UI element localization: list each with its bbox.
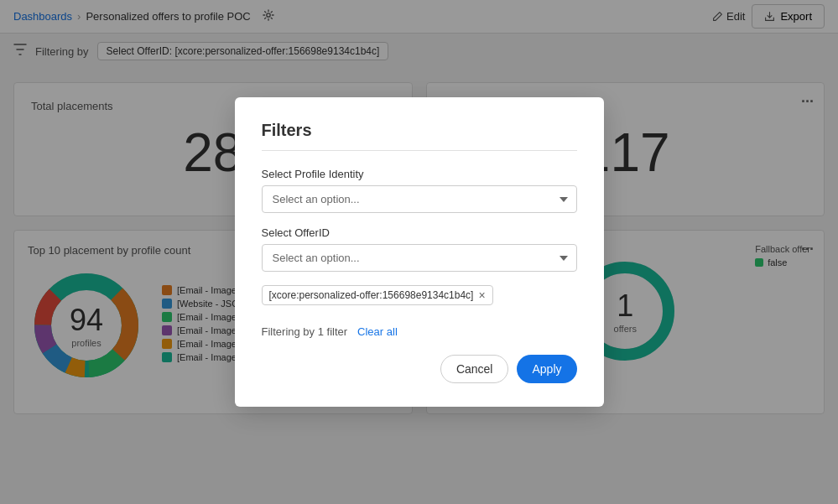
- tag-close-icon[interactable]: ×: [478, 289, 485, 301]
- tag-text: [xcore:personalized-offer:156698e9134c1b…: [269, 289, 474, 301]
- clear-all-link[interactable]: Clear all: [357, 325, 398, 338]
- profile-identity-select-wrapper: Select an option...: [262, 185, 577, 213]
- offer-id-select-wrapper: Select an option...: [262, 244, 577, 272]
- modal-title: Filters: [262, 121, 577, 140]
- profile-identity-select[interactable]: Select an option...: [262, 185, 577, 213]
- modal-actions: Cancel Apply: [262, 355, 577, 383]
- offer-id-select[interactable]: Select an option...: [262, 244, 577, 272]
- modal-overlay[interactable]: Filters Select Profile Identity Select a…: [0, 0, 838, 428]
- filtering-text: Filtering by 1 filter: [262, 325, 348, 338]
- tag-container: [xcore:personalized-offer:156698e9134c1b…: [262, 285, 577, 305]
- cancel-button[interactable]: Cancel: [440, 355, 509, 383]
- applied-tag: [xcore:personalized-offer:156698e9134c1b…: [262, 285, 493, 305]
- modal-divider: [262, 150, 577, 151]
- offer-id-label: Select OfferID: [262, 226, 577, 239]
- apply-button[interactable]: Apply: [517, 355, 576, 383]
- profile-identity-label: Select Profile Identity: [262, 168, 577, 180]
- modal-footer-info: Filtering by 1 filter Clear all: [262, 325, 577, 338]
- filters-modal: Filters Select Profile Identity Select a…: [235, 97, 604, 407]
